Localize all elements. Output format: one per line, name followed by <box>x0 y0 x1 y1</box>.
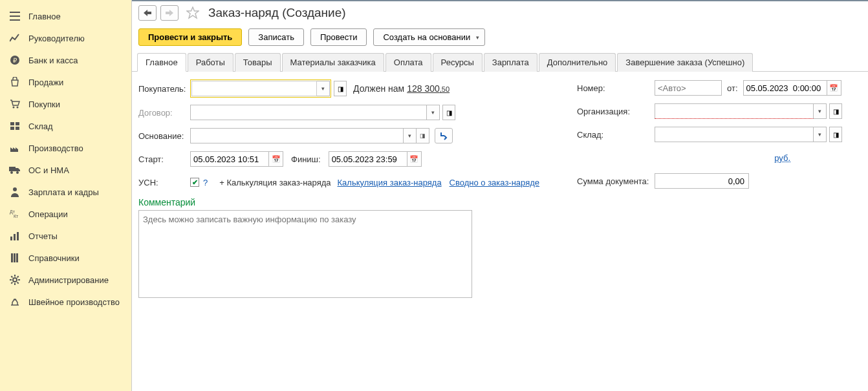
svg-point-3 <box>17 107 19 109</box>
warehouse-dropdown-button[interactable]: ▾ <box>814 127 827 142</box>
calc-plus-label: + Калькуляция заказ-наряда <box>219 178 331 187</box>
summary-link[interactable]: Сводно о заказ-наряде <box>450 178 539 187</box>
tab-payment[interactable]: Оплата <box>385 53 431 72</box>
finish-calendar-button[interactable]: 📅 <box>407 151 422 167</box>
contract-open-button[interactable]: ◨ <box>442 105 455 120</box>
sidebar-item-hr[interactable]: Зарплата и кадры <box>0 181 131 203</box>
header: Заказ-наряд (Создание) <box>132 1 868 25</box>
start-input[interactable] <box>190 151 269 167</box>
bag-icon <box>9 76 21 88</box>
debt-amount-link[interactable]: 128 300 <box>407 83 440 94</box>
buyer-input[interactable] <box>191 81 317 96</box>
sidebar-item-assets[interactable]: ОС и НМА <box>0 159 131 181</box>
comment-textarea[interactable] <box>138 210 472 298</box>
basis-open-inline-button[interactable]: ◨ <box>417 128 429 143</box>
contract-label: Договор: <box>138 108 190 118</box>
svg-point-20 <box>13 278 17 282</box>
org-input[interactable] <box>655 103 814 119</box>
create-based-button[interactable]: Создать на основании <box>373 28 485 46</box>
org-open-button[interactable]: ◨ <box>829 103 842 119</box>
star-icon[interactable] <box>185 5 201 21</box>
operations-icon: ДтКт <box>9 208 21 220</box>
tabs: Главное Работы Товары Материалы заказчик… <box>132 52 868 72</box>
debt-label: Должен нам <box>353 83 404 94</box>
warehouse-label: Склад: <box>577 130 655 140</box>
sidebar: Главное Руководителю ₽Банк и касса Прода… <box>0 0 132 391</box>
comment-label: Комментарий <box>138 197 558 207</box>
svg-rect-4 <box>10 122 14 125</box>
tab-salary[interactable]: Зарплата <box>484 53 537 72</box>
tab-materials[interactable]: Материалы заказчика <box>282 53 384 72</box>
sidebar-label: Отчеты <box>28 231 58 241</box>
form-left-column: Покупатель: ▾ ◨ Должен нам 128 300,50 До… <box>138 79 558 300</box>
factory-icon <box>9 142 21 154</box>
tab-resources[interactable]: Ресурсы <box>433 53 483 72</box>
start-label: Старт: <box>138 154 190 164</box>
save-button[interactable]: Записать <box>248 28 304 46</box>
buyer-dropdown-button[interactable]: ▾ <box>317 81 330 96</box>
sidebar-item-main[interactable]: Главное <box>0 5 131 27</box>
forward-button[interactable] <box>160 5 179 21</box>
menu-icon <box>9 10 21 22</box>
basis-dropdown-button[interactable]: ▾ <box>404 128 417 143</box>
svg-rect-19 <box>16 253 18 262</box>
number-input[interactable] <box>655 80 722 96</box>
sidebar-item-admin[interactable]: Администрирование <box>0 269 131 291</box>
page-title: Заказ-наряд (Создание) <box>208 6 346 20</box>
sidebar-item-operations[interactable]: ДтКтОперации <box>0 203 131 225</box>
finish-input[interactable] <box>329 151 407 167</box>
sidebar-item-bank[interactable]: ₽Банк и касса <box>0 49 131 71</box>
tab-extra[interactable]: Дополнительно <box>539 53 616 72</box>
form-right-column: Номер: от: 📅 Организация: ▾ ◨ Склад: <box>577 79 862 300</box>
gear-icon <box>9 274 21 286</box>
sidebar-item-warehouse[interactable]: Склад <box>0 115 131 137</box>
person-icon <box>9 186 21 198</box>
contract-input[interactable] <box>190 105 427 120</box>
sum-input[interactable] <box>655 173 749 189</box>
sidebar-label: Зарплата и кадры <box>28 187 99 197</box>
from-label: от: <box>727 83 738 93</box>
ruble-icon: ₽ <box>9 54 21 66</box>
tab-goods[interactable]: Товары <box>235 53 281 72</box>
usn-checkbox[interactable]: ✔ <box>190 178 199 187</box>
svg-rect-15 <box>14 234 16 240</box>
debt-decimal[interactable]: ,50 <box>440 85 450 93</box>
sidebar-item-sales[interactable]: Продажи <box>0 71 131 93</box>
sidebar-item-sewing[interactable]: Швейное производство <box>0 291 131 313</box>
sidebar-item-production[interactable]: Производство <box>0 137 131 159</box>
sidebar-item-manager[interactable]: Руководителю <box>0 27 131 49</box>
svg-rect-18 <box>14 253 16 262</box>
org-dropdown-button[interactable]: ▾ <box>814 103 827 119</box>
sidebar-label: Производство <box>28 143 83 153</box>
warehouse-open-button[interactable]: ◨ <box>829 127 842 142</box>
sidebar-label: Продажи <box>28 78 63 87</box>
usn-label: УСН: <box>138 178 190 187</box>
contract-dropdown-button[interactable]: ▾ <box>427 105 440 120</box>
tab-works[interactable]: Работы <box>188 53 233 72</box>
buyer-open-button[interactable]: ◨ <box>334 81 347 96</box>
basis-input[interactable] <box>190 128 404 143</box>
date-input[interactable] <box>743 80 827 96</box>
calc-link[interactable]: Калькуляция заказ-наряда <box>338 178 442 187</box>
date-calendar-button[interactable]: 📅 <box>827 80 841 96</box>
sidebar-item-reports[interactable]: Отчеты <box>0 225 131 247</box>
basis-label: Основание: <box>138 131 190 141</box>
truck-icon <box>9 164 21 176</box>
usn-help-link[interactable]: ? <box>203 178 208 187</box>
svg-point-10 <box>16 171 19 174</box>
sidebar-label: Операции <box>28 209 68 219</box>
basis-fill-button[interactable] <box>435 128 453 143</box>
back-button[interactable] <box>138 5 157 21</box>
tab-main[interactable]: Главное <box>137 53 186 72</box>
currency-link[interactable]: руб. <box>774 153 790 163</box>
start-calendar-button[interactable]: 📅 <box>269 151 283 167</box>
post-and-close-button[interactable]: Провести и закрыть <box>138 28 242 46</box>
toolbar: Провести и закрыть Записать Провести Соз… <box>132 25 868 52</box>
tab-complete[interactable]: Завершение заказа (Успешно) <box>617 53 753 72</box>
number-label: Номер: <box>577 83 655 93</box>
sidebar-item-catalogs[interactable]: Справочники <box>0 247 131 269</box>
warehouse-input[interactable] <box>655 127 814 142</box>
svg-text:Кт: Кт <box>14 214 19 218</box>
sidebar-item-purchases[interactable]: Покупки <box>0 93 131 115</box>
post-button[interactable]: Провести <box>310 28 367 46</box>
